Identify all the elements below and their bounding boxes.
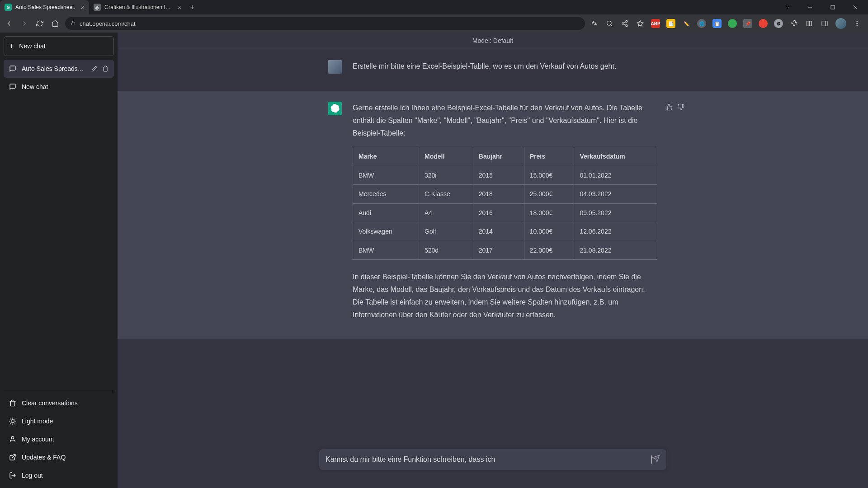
reading-list-icon[interactable] xyxy=(805,19,814,28)
input-area: Kannst du mir bitte eine Funktion schrei… xyxy=(118,438,868,488)
svg-point-9 xyxy=(857,21,858,22)
address-bar[interactable]: chat.openai.com/chat xyxy=(65,17,585,30)
send-button[interactable] xyxy=(652,455,660,465)
trash-icon[interactable] xyxy=(102,66,108,72)
browser-tab[interactable]: ◎ Grafiken & Illustrationen für Vek × xyxy=(89,0,186,14)
svg-rect-7 xyxy=(810,21,812,26)
table-header: Modell xyxy=(419,147,473,166)
message-input[interactable]: Kannst du mir bitte eine Funktion schrei… xyxy=(319,449,666,470)
star-icon[interactable] xyxy=(636,19,645,28)
extension-icon[interactable]: 📑 xyxy=(666,19,675,28)
edit-icon[interactable] xyxy=(91,66,98,72)
thumbs-up-icon[interactable] xyxy=(665,103,673,111)
table-cell: BMW xyxy=(353,241,419,260)
logout-button[interactable]: Log out xyxy=(4,466,114,484)
url-text: chat.openai.com/chat xyxy=(80,20,136,27)
svg-point-3 xyxy=(626,20,627,22)
message-text: Erstelle mir bitte eine Excel-Beispiel-T… xyxy=(353,60,657,73)
tab-title: Auto Sales Spreadsheet. xyxy=(15,4,75,10)
table-row: AudiA4201618.000€09.05.2022 xyxy=(353,203,657,222)
table-row: VolkswagenGolf201410.000€12.06.2022 xyxy=(353,222,657,241)
home-button[interactable] xyxy=(50,18,61,29)
main-content: Model: Default Erstelle mir bitte eine E… xyxy=(118,33,868,488)
svg-point-5 xyxy=(626,25,627,27)
table-cell: 04.03.2022 xyxy=(574,185,657,204)
chat-icon xyxy=(9,65,16,72)
forward-button[interactable] xyxy=(19,18,30,29)
table-cell: 09.05.2022 xyxy=(574,203,657,222)
table-cell: 22.000€ xyxy=(524,241,574,260)
table-cell: 320i xyxy=(419,166,473,185)
sidebar: + New chat Auto Sales Spreadshee New cha… xyxy=(0,33,118,488)
close-icon[interactable]: × xyxy=(178,4,181,11)
maximize-button[interactable] xyxy=(823,1,843,14)
feedback-buttons xyxy=(665,103,684,111)
user-message: Erstelle mir bitte eine Excel-Beispiel-T… xyxy=(118,49,868,91)
chat-icon xyxy=(9,83,16,90)
menu-icon[interactable] xyxy=(853,19,862,28)
tab-title: Grafiken & Illustrationen für Vek xyxy=(104,4,172,10)
plus-icon: + xyxy=(9,42,14,50)
table-cell: A4 xyxy=(419,203,473,222)
extension-icon[interactable]: ⚙ xyxy=(774,19,783,28)
thumbs-down-icon[interactable] xyxy=(677,103,684,111)
table-row: BMW320i201515.000€01.01.2022 xyxy=(353,166,657,185)
external-link-icon xyxy=(9,454,16,461)
extension-icon[interactable]: ABP xyxy=(651,19,660,28)
share-icon[interactable] xyxy=(620,19,629,28)
favicon-icon: ⚙ xyxy=(5,4,12,11)
conversation-item[interactable]: New chat xyxy=(4,78,114,96)
logout-icon xyxy=(9,472,16,479)
table-row: BMW520d201722.000€21.08.2022 xyxy=(353,241,657,260)
favicon-icon: ◎ xyxy=(94,4,101,11)
new-chat-button[interactable]: + New chat xyxy=(4,36,114,56)
clear-conversations-button[interactable]: Clear conversations xyxy=(4,394,114,412)
new-chat-label: New chat xyxy=(19,42,45,50)
close-icon[interactable]: × xyxy=(81,4,85,11)
table-cell: 25.000€ xyxy=(524,185,574,204)
message-text: Gerne erstelle ich Ihnen eine Beispiel-E… xyxy=(353,102,657,140)
extension-icons: ABP 📑 ✏️ 🌐 📋 📌 ⚙ xyxy=(590,18,864,29)
translate-icon[interactable] xyxy=(590,19,599,28)
back-button[interactable] xyxy=(4,18,14,29)
extensions-menu-icon[interactable] xyxy=(789,19,798,28)
minimize-button[interactable] xyxy=(800,1,820,14)
browser-tab[interactable]: ⚙ Auto Sales Spreadsheet. × xyxy=(0,0,89,14)
svg-rect-8 xyxy=(822,21,827,26)
extension-icon[interactable] xyxy=(759,19,768,28)
browser-toolbar: chat.openai.com/chat ABP 📑 ✏️ 🌐 📋 📌 ⚙ xyxy=(0,14,868,33)
table-cell: Volkswagen xyxy=(353,222,419,241)
table-cell: 2018 xyxy=(473,185,524,204)
table-header: Verkaufsdatum xyxy=(574,147,657,166)
extension-icon[interactable]: 📋 xyxy=(712,19,722,28)
updates-faq-button[interactable]: Updates & FAQ xyxy=(4,448,114,466)
zoom-icon[interactable] xyxy=(605,19,614,28)
extension-icon[interactable]: 🌐 xyxy=(697,19,706,28)
table-cell: 18.000€ xyxy=(524,203,574,222)
extension-icon[interactable] xyxy=(728,19,737,28)
extension-icon[interactable]: ✏️ xyxy=(682,19,691,28)
user-avatar xyxy=(328,60,342,74)
close-window-button[interactable] xyxy=(845,1,865,14)
light-mode-button[interactable]: Light mode xyxy=(4,412,114,430)
new-tab-button[interactable]: + xyxy=(186,1,198,14)
sidepanel-icon[interactable] xyxy=(820,19,829,28)
table-cell: 2015 xyxy=(473,166,524,185)
table-header: Marke xyxy=(353,147,419,166)
profile-avatar[interactable] xyxy=(835,18,846,29)
conversation-title: New chat xyxy=(22,83,108,90)
data-table: MarkeModellBaujahrPreisVerkaufsdatum BMW… xyxy=(353,147,657,260)
table-cell: 01.01.2022 xyxy=(574,166,657,185)
svg-rect-0 xyxy=(831,5,835,9)
assistant-avatar xyxy=(328,102,342,115)
logout-label: Log out xyxy=(22,472,43,479)
my-account-button[interactable]: My account xyxy=(4,430,114,448)
svg-rect-6 xyxy=(807,21,809,26)
reload-button[interactable] xyxy=(34,18,45,29)
extension-icon[interactable]: 📌 xyxy=(743,19,752,28)
table-row: MercedesC-Klasse201825.000€04.03.2022 xyxy=(353,185,657,204)
svg-point-10 xyxy=(857,23,858,24)
conversation-item[interactable]: Auto Sales Spreadshee xyxy=(4,60,114,78)
chevron-down-icon[interactable] xyxy=(778,1,797,14)
table-cell: 10.000€ xyxy=(524,222,574,241)
